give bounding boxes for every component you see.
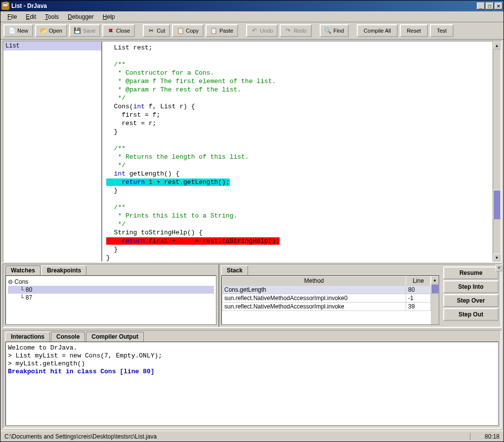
save-button[interactable]: 💾Save [69,24,100,37]
paste-icon: 📋 [210,27,217,34]
undo-button[interactable]: ↶Undo [246,24,278,37]
toolbar: 📄New 📂Open 💾Save ✖Close ✂Cut 📋Copy 📋Past… [0,22,504,40]
interactions-pane[interactable]: Welcome to DrJava. > List myList = new C… [5,342,499,426]
stack-header-line[interactable]: Line [406,276,431,286]
file-list[interactable]: List [3,42,102,262]
step-into-button[interactable]: Step Into [443,280,499,293]
stack-row[interactable]: Cons.getLength80 [222,286,431,294]
undo-icon: ↶ [251,27,258,34]
status-path: C:\Documents and Settings\creis\Desktop\… [4,433,470,440]
cut-button[interactable]: ✂Cut [143,24,170,37]
minimize-button[interactable]: _ [477,2,485,9]
menu-tools[interactable]: Tools [41,12,63,21]
maximize-button[interactable]: □ [486,2,494,9]
menubar: File Edit Tools Debugger Help [0,11,504,22]
window-title: List - DrJava [11,2,477,9]
stack-row[interactable]: sun.reflect.NativeMethodAccessorImpl.inv… [222,294,431,303]
menu-help[interactable]: Help [99,12,119,21]
new-icon: 📄 [8,27,15,34]
main-area: List List rest; /** * Constructor for a … [2,41,502,263]
find-icon: 🔍 [325,27,332,34]
tree-node-item[interactable]: └ 80 [8,286,214,294]
redo-button[interactable]: ↷Redo [280,24,311,37]
debug-panel: × Watches Breakpoints ⊖ Cons └ 80 └ 87 S… [0,264,504,328]
new-button[interactable]: 📄New [3,24,33,37]
copy-button[interactable]: 📋Copy [172,24,204,37]
copy-icon: 📋 [177,27,184,34]
step-out-button[interactable]: Step Out [443,308,499,321]
debug-close-button[interactable]: × [496,265,503,271]
cut-icon: ✂ [148,27,155,34]
compile-button[interactable]: Compile All [357,24,398,37]
tab-breakpoints[interactable]: Breakpoints [42,265,86,275]
breakpoints-tree[interactable]: ⊖ Cons └ 80 └ 87 [5,275,216,325]
open-button[interactable]: 📂Open [35,24,67,37]
editor-wrap: List rest; /** * Constructor for a Cons.… [102,42,501,262]
menu-edit[interactable]: Edit [22,12,40,21]
tab-interactions[interactable]: Interactions [5,332,50,342]
statusbar: C:\Documents and Settings\creis\Desktop\… [0,431,504,442]
stack-header-method[interactable]: Method [222,276,406,286]
tree-node-root[interactable]: ⊖ Cons [8,278,214,286]
close-file-button[interactable]: ✖Close [102,24,135,37]
file-list-item[interactable]: List [3,42,101,50]
code-editor[interactable]: List rest; /** * Constructor for a Cons.… [102,42,493,262]
stack-scrollbar[interactable]: ▲ [431,276,439,324]
scroll-thumb[interactable] [493,190,501,220]
scroll-thumb[interactable] [431,284,439,294]
step-over-button[interactable]: Step Over [443,294,499,307]
save-icon: 💾 [74,27,81,34]
redo-icon: ↷ [285,27,292,34]
reset-button[interactable]: Reset [400,24,428,37]
scroll-up-icon[interactable]: ▲ [493,42,501,49]
tab-compiler-output[interactable]: Compiler Output [86,332,144,342]
menu-debugger[interactable]: Debugger [64,12,98,21]
stack-row[interactable]: sun.reflect.NativeMethodAccessorImpl.inv… [222,303,431,311]
titlebar: List - DrJava _ □ × [0,0,504,11]
tab-console[interactable]: Console [51,332,85,342]
open-icon: 📂 [40,27,47,34]
close-button[interactable]: × [495,2,503,9]
editor-scrollbar[interactable]: ▲ ▼ [493,42,501,262]
test-button[interactable]: Test [430,24,454,37]
app-icon [1,2,9,10]
tab-stack[interactable]: Stack [221,265,248,275]
tree-node-item[interactable]: └ 87 [8,294,214,302]
scroll-down-icon[interactable]: ▼ [493,254,501,262]
close-file-icon: ✖ [107,27,114,34]
tab-watches[interactable]: Watches [5,265,41,275]
scroll-up-icon[interactable]: ▲ [431,276,439,284]
resume-button[interactable]: Resume [443,266,499,279]
find-button[interactable]: 🔍Find [320,24,349,37]
main-window: List - DrJava _ □ × File Edit Tools Debu… [0,0,504,442]
menu-file[interactable]: File [3,12,21,21]
stack-table-wrap: MethodLine Cons.getLength80 sun.reflect.… [221,275,439,325]
stack-table[interactable]: MethodLine Cons.getLength80 sun.reflect.… [222,276,431,311]
status-position: 80:18 [470,433,500,440]
paste-button[interactable]: 📋Paste [206,24,238,37]
bottom-panel: Interactions Console Compiler Output Wel… [2,330,502,429]
